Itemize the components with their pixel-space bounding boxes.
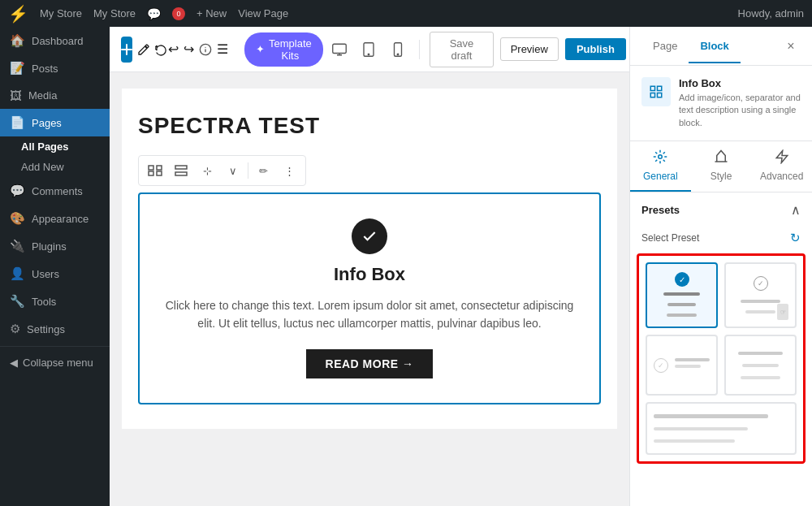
page-title[interactable]: SPECTRA TEST	[138, 113, 601, 139]
tab-page[interactable]: Page	[641, 30, 689, 63]
block-move-button[interactable]: ∨	[222, 159, 244, 182]
sidebar-item-pages[interactable]: 📄 Pages	[0, 109, 110, 136]
svg-rect-18	[658, 93, 662, 97]
svg-rect-14	[175, 172, 187, 175]
presets-collapse-icon: ∧	[791, 202, 801, 218]
template-kits-label: Template Kits	[269, 37, 312, 62]
admin-topbar: ⚡ My Store My Store 💬 0 + New View Page …	[0, 0, 812, 27]
block-navigation-button[interactable]	[170, 159, 192, 182]
subtab-style[interactable]: Style	[691, 141, 752, 192]
tab-block[interactable]: Block	[689, 30, 740, 63]
svg-rect-12	[157, 171, 162, 175]
block-grid-button[interactable]: ⊹	[196, 159, 218, 182]
preset-1-check: ✓	[675, 272, 689, 287]
details-button[interactable]	[199, 37, 212, 63]
save-draft-button[interactable]: Save draft	[430, 32, 493, 67]
svg-rect-15	[650, 86, 654, 90]
preset-card-1[interactable]: ✓	[646, 262, 718, 328]
subtab-general-label: General	[643, 171, 678, 182]
sidebar-sub-add-new[interactable]: Add New	[0, 157, 110, 177]
svg-rect-10	[157, 166, 162, 170]
sidebar-item-label: Comments	[32, 185, 83, 197]
sidebar-item-dashboard[interactable]: 🏠 Dashboard	[0, 27, 110, 54]
presets-grid-wrapper: ✓ ✓ ☞	[637, 253, 806, 464]
block-icon	[641, 77, 671, 106]
svg-rect-11	[149, 171, 153, 175]
block-toolbar: ⊹ ∨ ✏ ⋮	[138, 155, 306, 186]
plugins-icon: 🔌	[10, 239, 25, 253]
view-page-link[interactable]: View Page	[238, 7, 288, 19]
pages-icon: 📄	[10, 115, 25, 130]
sidebar-item-appearance[interactable]: 🎨 Appearance	[0, 205, 110, 232]
store-name[interactable]: My Store	[40, 7, 82, 19]
howdy-label: Howdy, admin	[738, 7, 804, 19]
collapse-label: Collapse menu	[23, 357, 93, 369]
style-icon	[714, 149, 728, 167]
sidebar-item-label: Pages	[32, 117, 62, 129]
block-type-button[interactable]	[144, 159, 166, 182]
redo-button[interactable]: ↪	[184, 37, 194, 63]
info-box-icon	[352, 218, 387, 254]
appearance-icon: 🎨	[10, 211, 25, 226]
desktop-view-button[interactable]	[328, 37, 351, 63]
preset-card-3[interactable]: ✓	[646, 335, 718, 396]
tools-icon: 🔧	[10, 294, 25, 309]
advanced-icon	[775, 149, 789, 167]
sidebar-item-label: Appearance	[32, 213, 89, 225]
comments-nav-icon: 💬	[10, 184, 25, 198]
sidebar-item-comments[interactable]: 💬 Comments	[0, 177, 110, 205]
preset-card-4[interactable]	[724, 335, 797, 396]
sidebar-item-settings[interactable]: ⚙ Settings	[0, 315, 110, 343]
collapse-menu-button[interactable]: ◀ Collapse menu	[0, 350, 110, 375]
refresh-presets-button[interactable]: ↻	[790, 231, 801, 245]
preview-button[interactable]: Preview	[500, 37, 559, 61]
editor-toolbar: ↩ ↪ ☰ ✦ Template Kits	[110, 27, 629, 72]
subtab-general[interactable]: General	[630, 141, 691, 192]
subtab-advanced-label: Advanced	[760, 171, 803, 182]
comments-count[interactable]: 0	[172, 7, 185, 20]
subtab-advanced[interactable]: Advanced	[751, 141, 812, 192]
users-icon: 👤	[10, 266, 25, 281]
general-icon	[653, 149, 667, 167]
preset-card-2[interactable]: ✓ ☞	[724, 262, 797, 328]
undo-button[interactable]: ↩	[155, 37, 179, 63]
sidebar-sub-all-pages[interactable]: All Pages	[0, 136, 110, 157]
info-box-text[interactable]: Click here to change this text. Lorem ip…	[156, 296, 583, 333]
block-info-section: Info Box Add image/icon, separator and t…	[630, 66, 812, 141]
sidebar-item-users[interactable]: 👤 Users	[0, 260, 110, 288]
mobile-view-button[interactable]	[387, 37, 409, 63]
add-block-button[interactable]	[121, 37, 132, 63]
edit-tool-button[interactable]	[137, 37, 150, 63]
svg-point-5	[368, 54, 369, 55]
sidebar-item-tools[interactable]: 🔧 Tools	[0, 288, 110, 315]
template-kits-icon: ✦	[256, 43, 265, 55]
sidebar-item-label: Dashboard	[32, 35, 84, 47]
publish-button[interactable]: Publish	[565, 38, 626, 60]
block-description: Add image/icon, separator and text descr…	[679, 92, 801, 129]
sidebar-item-plugins[interactable]: 🔌 Plugins	[0, 232, 110, 260]
svg-rect-16	[658, 86, 662, 90]
presets-grid: ✓ ✓ ☞	[646, 262, 797, 396]
block-more-button[interactable]: ⋮	[278, 159, 300, 182]
read-more-button[interactable]: READ MORE →	[306, 349, 434, 378]
presets-header[interactable]: Presets ∧	[630, 192, 812, 227]
new-link[interactable]: + New	[197, 7, 227, 19]
info-box-block[interactable]: Info Box Click here to change this text.…	[138, 192, 601, 404]
block-edit-button[interactable]: ✏	[252, 159, 274, 182]
info-box-title[interactable]: Info Box	[156, 264, 583, 285]
presets-title: Presets	[641, 204, 680, 216]
preset-card-5[interactable]	[646, 402, 797, 455]
template-kits-button[interactable]: ✦ Template Kits	[244, 32, 323, 67]
sidebar-item-media[interactable]: 🖼 Media	[0, 82, 110, 109]
store-name-text[interactable]: My Store	[93, 7, 136, 19]
panel-close-button[interactable]: ×	[781, 37, 801, 56]
subtab-style-label: Style	[710, 171, 732, 182]
select-preset-label: Select Preset	[641, 232, 699, 244]
settings-nav-icon: ⚙	[10, 322, 20, 336]
sidebar-item-label: Users	[32, 268, 59, 280]
sidebar-item-posts[interactable]: 📝 Posts	[0, 54, 110, 82]
tablet-view-button[interactable]	[357, 37, 380, 63]
block-name: Info Box	[679, 77, 801, 89]
presets-section: Presets ∧ Select Preset ↻ ✓	[630, 192, 812, 506]
list-view-button[interactable]: ☰	[217, 37, 228, 63]
